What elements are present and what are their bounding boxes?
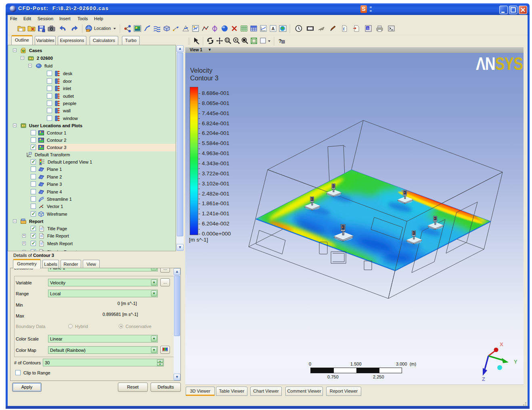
svg-text:S: S [367,27,369,30]
svg-text:Z: Z [482,376,485,382]
svg-text:?: ? [279,38,282,44]
svg-text:Location: Location [94,26,111,31]
svg-text:A: A [272,26,275,31]
svg-text:X: X [500,341,503,347]
svg-text:Y: Y [514,359,517,365]
